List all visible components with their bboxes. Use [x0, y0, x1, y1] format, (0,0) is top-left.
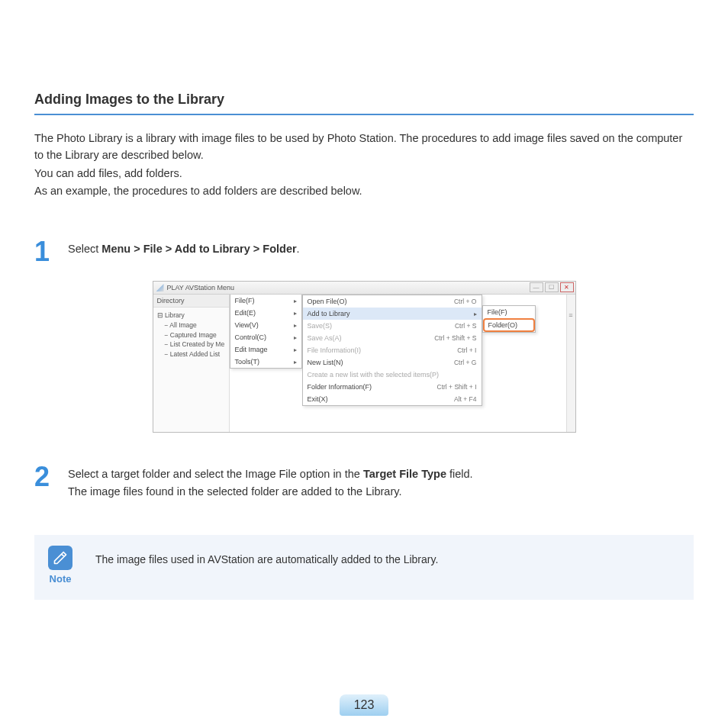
step-2-line1c: field. [446, 468, 473, 480]
menu-item-save[interactable]: Save(S)Ctrl + S [303, 320, 482, 332]
intro-line-2: You can add files, add folders. [34, 166, 694, 182]
intro-block: The Photo Library is a library with imag… [34, 130, 694, 200]
menu-item-view[interactable]: View(V)▸ [230, 319, 301, 331]
menu-item-add-folder[interactable]: Folder(O) [483, 318, 535, 332]
step-2-line2: The image files found in the selected fo… [68, 485, 401, 498]
note-box: Note The image files used in AVStation a… [34, 535, 694, 600]
right-rail-icon [566, 295, 575, 432]
directory-tree: Library All Image Captured Image List Cr… [153, 308, 229, 362]
menu-item-edit-image[interactable]: Edit Image▸ [230, 343, 301, 356]
note-text: The image files used in AVStation are au… [95, 546, 438, 565]
window-max-button[interactable]: ☐ [545, 282, 559, 292]
tree-root[interactable]: Library [157, 311, 225, 321]
menu-item-add-file[interactable]: File(F) [483, 306, 535, 318]
menu-item-tools[interactable]: Tools(T)▸ [230, 356, 301, 368]
sidebar: Directory Library All Image Captured Ima… [153, 295, 230, 432]
tree-item[interactable]: All Image [157, 321, 225, 330]
window-titlebar: PLAY AVStation Menu — ☐ ✕ [153, 282, 575, 295]
sidebar-header: Directory [153, 295, 229, 308]
step-1: 1 Select Menu > File > Add to Library > … [34, 238, 694, 266]
step-2: 2 Select a target folder and select the … [34, 463, 694, 501]
step-number-2: 2 [34, 463, 54, 491]
menu-item-file-info[interactable]: File Information(I)Ctrl + I [303, 344, 482, 356]
step-number-1: 1 [34, 238, 54, 266]
menu-level-2: Open File(O)Ctrl + O Add to Library▸ Sav… [302, 295, 482, 406]
menu-item-exit[interactable]: Exit(X)Alt + F4 [303, 393, 482, 405]
note-icon [48, 546, 72, 570]
step-2-text: Select a target folder and select the Im… [68, 463, 473, 501]
section-heading: Adding Images to the Library [34, 92, 694, 115]
menu-item-folder-info[interactable]: Folder Information(F)Ctrl + Shift + I [303, 381, 482, 393]
step-2-line1a: Select a target folder and select the Im… [68, 468, 363, 480]
menu-level-3: File(F) Folder(O) [482, 305, 536, 333]
page-number: 123 [340, 694, 388, 716]
menu-level-1: File(F)▸ Edit(E)▸ View(V)▸ Control(C)▸ E… [230, 295, 302, 369]
menu-item-new-list[interactable]: New List(N)Ctrl + G [303, 356, 482, 369]
menu-item-file[interactable]: File(F)▸ [230, 295, 301, 307]
step-2-field-name: Target File Type [363, 468, 446, 480]
note-label: Note [48, 573, 72, 585]
step-1-suffix: . [297, 243, 300, 255]
menu-item-edit[interactable]: Edit(E)▸ [230, 307, 301, 319]
window-title: PLAY AVStation Menu [167, 284, 235, 292]
step-1-text: Select Menu > File > Add to Library > Fo… [68, 238, 300, 258]
screenshot-figure: PLAY AVStation Menu — ☐ ✕ Directory Libr… [153, 281, 576, 433]
intro-line-1: The Photo Library is a library with imag… [34, 130, 694, 164]
intro-line-3: As an example, the procedures to add fol… [34, 183, 694, 200]
step-1-path: Menu > File > Add to Library > Folder [101, 243, 296, 255]
menu-item-control[interactable]: Control(C)▸ [230, 331, 301, 343]
step-1-prefix: Select [68, 243, 101, 255]
menu-item-save-as[interactable]: Save As(A)Ctrl + Shift + S [303, 332, 482, 344]
menu-item-create-list-selected[interactable]: Create a new list with the selected item… [303, 369, 482, 381]
app-logo-icon [156, 284, 164, 292]
tree-item[interactable]: Latest Added List [157, 350, 225, 359]
menu-item-open-file[interactable]: Open File(O)Ctrl + O [303, 295, 482, 308]
tree-item[interactable]: List Created by Me [157, 340, 225, 350]
tree-item[interactable]: Captured Image [157, 330, 225, 340]
window-close-button[interactable]: ✕ [560, 282, 574, 292]
window-min-button[interactable]: — [530, 282, 543, 292]
menu-item-add-to-library[interactable]: Add to Library▸ [303, 308, 482, 320]
